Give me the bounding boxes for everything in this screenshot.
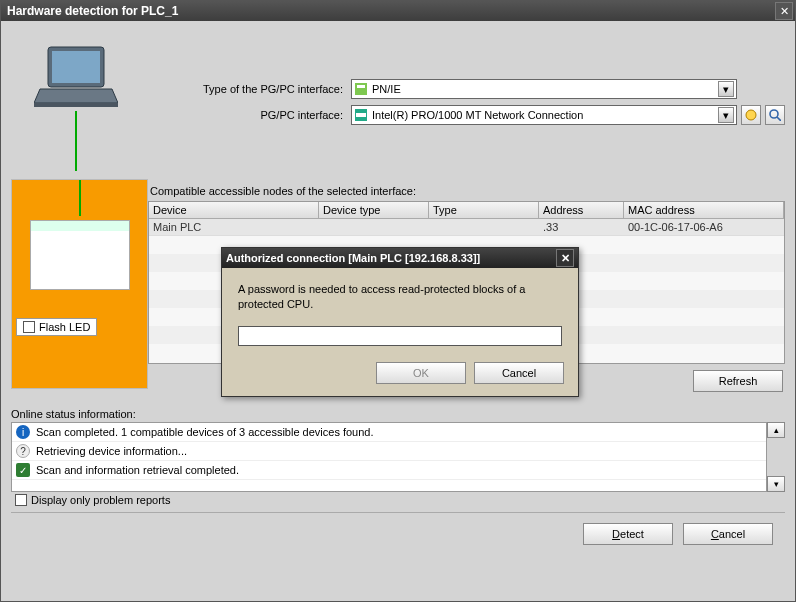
close-icon[interactable]: ✕ <box>556 249 574 267</box>
hardware-detection-window: Hardware detection for PLC_1 ✕ Type of t… <box>0 0 796 602</box>
auth-dialog: Authorized connection [Main PLC [192.168… <box>221 247 579 397</box>
dialog-titlebar: Authorized connection [Main PLC [192.168… <box>222 248 578 268</box>
modal-overlay: Authorized connection [Main PLC [192.168… <box>1 21 795 601</box>
cancel-button[interactable]: Cancel <box>474 362 564 384</box>
window-title: Hardware detection for PLC_1 <box>3 4 775 18</box>
dialog-body: A password is needed to access read-prot… <box>222 268 578 352</box>
dialog-buttons: OK Cancel <box>222 352 578 396</box>
dialog-message: A password is needed to access read-prot… <box>238 282 562 312</box>
close-icon[interactable]: ✕ <box>775 2 793 20</box>
ok-button[interactable]: OK <box>376 362 466 384</box>
window-titlebar: Hardware detection for PLC_1 ✕ <box>1 1 795 21</box>
dialog-title: Authorized connection [Main PLC [192.168… <box>226 252 556 264</box>
password-input[interactable] <box>238 326 562 346</box>
window-content: Type of the PG/PC interface: PN/IE ▾ PG/… <box>1 21 795 601</box>
